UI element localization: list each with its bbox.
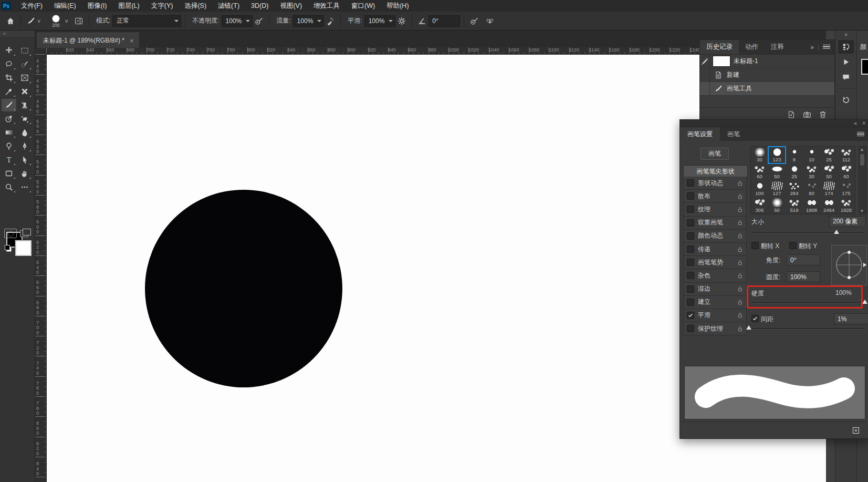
brush-preset-30[interactable]: 30 [803, 163, 820, 180]
brush-preset-30[interactable]: 30 [751, 147, 768, 163]
spacing-slider[interactable] [750, 328, 866, 330]
brush-preset-25[interactable]: 25 [786, 163, 803, 180]
marquee-tool[interactable] [17, 44, 32, 57]
presets-scrollbar[interactable]: ▲ ▼ [859, 146, 866, 214]
option-checkbox[interactable] [687, 325, 694, 332]
paint-symmetry-icon[interactable] [484, 15, 496, 27]
brush-preset-60[interactable]: 60 [838, 163, 855, 180]
dodge-tool[interactable] [2, 140, 16, 152]
brush-option-row[interactable]: 传递 [683, 243, 747, 256]
clone-stamp-tool[interactable] [17, 99, 32, 111]
lock-icon[interactable] [737, 285, 744, 292]
healing-brush-tool[interactable] [17, 85, 32, 98]
create-new-brush-icon[interactable] [852, 426, 860, 435]
angle-value[interactable]: 0° [787, 254, 820, 265]
gradient-tool[interactable] [2, 126, 16, 139]
menu-item[interactable]: 帮助(H) [381, 0, 414, 12]
menu-item[interactable]: 3D(D) [245, 0, 274, 12]
menu-item[interactable]: 滤镜(T) [212, 0, 245, 12]
frame-tool[interactable] [17, 71, 32, 84]
lock-icon[interactable] [737, 272, 744, 279]
brush-preset-123[interactable]: 123 [768, 147, 786, 163]
panel-menu-icon[interactable] [857, 132, 864, 137]
brush-option-row[interactable]: 湿边 [683, 283, 747, 296]
tab-notes[interactable]: 注释 [765, 40, 790, 54]
eyedropper-tool[interactable] [2, 85, 16, 98]
brush-preset-112[interactable]: 112 [838, 147, 855, 163]
menu-item[interactable]: 文件(F) [15, 0, 48, 12]
option-checkbox[interactable] [687, 192, 694, 200]
history-source-toggle[interactable] [700, 68, 710, 81]
option-checkbox[interactable] [687, 232, 694, 240]
lock-icon[interactable] [737, 299, 744, 305]
blend-mode-select[interactable]: 正常 [112, 15, 181, 27]
delete-state-icon[interactable] [819, 110, 827, 119]
brush-preset-25[interactable]: 25 [820, 147, 838, 163]
brush-tool-icon[interactable] [25, 15, 37, 27]
brush-angle-input[interactable]: 0° [428, 15, 460, 27]
spacing-checkbox[interactable] [751, 315, 759, 322]
menu-item[interactable]: 编辑(E) [48, 0, 82, 12]
brush-option-row[interactable]: 画笔笔势 [683, 256, 747, 269]
option-checkbox[interactable] [687, 245, 694, 253]
angle-roundness-control[interactable] [831, 245, 867, 285]
panel-title-bar[interactable]: « × [680, 120, 868, 127]
lasso-tool[interactable] [2, 58, 16, 70]
lock-icon[interactable] [737, 259, 744, 266]
brush-preset-50[interactable]: 50 [820, 163, 838, 180]
brush-option-row[interactable]: 散布 [683, 190, 747, 203]
brush-preset-306[interactable]: 306 [751, 197, 768, 214]
history-source-toggle[interactable] [700, 82, 710, 95]
screen-mode-button[interactable] [20, 229, 32, 238]
option-checkbox[interactable] [687, 219, 694, 227]
tab-actions[interactable]: 动作 [739, 40, 765, 54]
history-brush-tool[interactable] [2, 112, 16, 125]
color-panel-swatch[interactable] [861, 59, 868, 75]
brush-preset-127[interactable]: 127 [768, 180, 786, 197]
brush-preset-10[interactable]: 10 [803, 147, 820, 163]
panel-overflow-icon[interactable]: » [810, 44, 814, 51]
brush-option-row[interactable]: 纹理 [683, 203, 747, 216]
revert-icon[interactable] [838, 93, 854, 107]
new-snapshot-icon[interactable] [803, 110, 811, 119]
quick-mask-button[interactable] [4, 229, 17, 238]
new-document-from-state-icon[interactable] [787, 110, 796, 119]
crop-tool[interactable] [2, 71, 16, 84]
close-tab-icon[interactable]: × [130, 37, 134, 45]
actions-panel-icon[interactable] [838, 55, 854, 69]
spacing-slider-thumb[interactable] [746, 325, 751, 330]
option-checkbox[interactable] [687, 272, 694, 279]
history-panel-icon[interactable] [838, 40, 854, 54]
chevron-down-icon[interactable]: ˅ [37, 18, 40, 24]
hardness-value[interactable]: 100% [835, 289, 852, 296]
brush-option-row[interactable]: 保护纹理 [683, 322, 747, 335]
brush-preset-174[interactable]: 174 [820, 180, 838, 197]
lock-icon[interactable] [737, 325, 744, 332]
brush-option-row[interactable]: 颜色动态 [683, 230, 747, 243]
flow-select[interactable]: 100% [293, 15, 325, 27]
brush-preset-519[interactable]: 519 [786, 197, 803, 214]
panel-menu-icon[interactable] [823, 45, 830, 49]
brush-preset-picker[interactable]: 200 [47, 13, 65, 29]
type-tool[interactable]: T [2, 153, 16, 166]
hardness-slider-thumb[interactable] [862, 300, 867, 304]
background-color-swatch[interactable] [15, 240, 32, 256]
roundness-value[interactable]: 100% [787, 271, 820, 282]
scrollbar-thumb[interactable] [860, 154, 864, 166]
lock-icon[interactable] [737, 312, 744, 319]
brush-preset-60[interactable]: 60 [751, 163, 768, 180]
shape-tool[interactable] [2, 167, 16, 180]
pen-tool[interactable] [17, 140, 32, 152]
zoom-tool[interactable] [2, 181, 16, 193]
brush-tool[interactable] [2, 99, 16, 111]
menu-item[interactable]: 选择(S) [179, 0, 212, 12]
tab-brush-settings[interactable]: 画笔设置 [680, 127, 720, 141]
brush-option-row[interactable]: 杂色 [683, 269, 747, 282]
option-checkbox[interactable] [687, 259, 694, 266]
brush-option-row[interactable]: 平滑 [683, 309, 747, 322]
default-colors-icon[interactable] [5, 245, 12, 252]
eraser-tool[interactable] [17, 112, 32, 125]
brush-preset-80[interactable]: 80 [803, 180, 820, 197]
option-checkbox[interactable] [687, 206, 694, 213]
toggle-brush-settings-panel-icon[interactable] [72, 15, 85, 27]
